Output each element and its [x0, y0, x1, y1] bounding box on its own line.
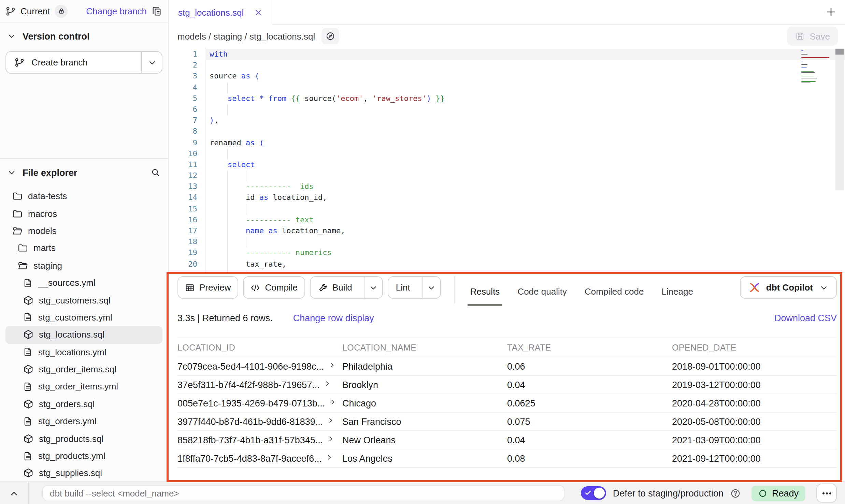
code-text[interactable]: tax_rate,: [205, 259, 845, 270]
collapse-panel-button[interactable]: [0, 482, 29, 504]
expand-cell-button[interactable]: [325, 380, 331, 386]
code-text[interactable]: [205, 148, 845, 159]
code-text[interactable]: select * from {{ source('ecom', 'raw_sto…: [205, 93, 845, 104]
download-csv-link[interactable]: Download CSV: [774, 313, 837, 323]
explorer-item-stg-products-yml[interactable]: stg_products.yml: [5, 447, 162, 465]
file-label: stg_products.sql: [39, 433, 103, 444]
indent-guide: [228, 226, 228, 237]
help-icon[interactable]: [730, 488, 741, 498]
code-editor[interactable]: 1with23source as (45 select * from {{ so…: [169, 48, 845, 272]
change-row-display-link[interactable]: Change row display: [293, 313, 374, 323]
search-icon[interactable]: [151, 168, 160, 177]
explorer-item-stg-locations-sql[interactable]: stg_locations.sql: [5, 326, 162, 343]
lint-options-caret[interactable]: [422, 277, 440, 298]
table-grid-icon: [185, 283, 195, 292]
editor-minimap[interactable]: [801, 50, 832, 86]
code-text[interactable]: select: [205, 160, 845, 171]
code-text[interactable]: [205, 82, 845, 93]
panel-tab-lineage[interactable]: Lineage: [653, 276, 702, 306]
explorer-item-macros[interactable]: macros: [5, 205, 162, 222]
folder-icon: [18, 243, 28, 253]
code-text[interactable]: [205, 204, 845, 214]
code-text[interactable]: ---------- text: [205, 215, 845, 226]
version-control-title: Version control: [23, 31, 90, 41]
file-label: staging: [33, 261, 62, 271]
expand-cell-button[interactable]: [328, 435, 334, 442]
explorer-item-stg-customers-sql[interactable]: stg_customers.sql: [5, 292, 162, 309]
save-button[interactable]: Save: [787, 27, 838, 46]
file-label: stg_products.yml: [38, 451, 105, 461]
indent-guide: [228, 171, 228, 181]
more-options-button[interactable]: [816, 484, 837, 503]
code-text[interactable]: [205, 270, 845, 272]
chevron-down-icon: [820, 283, 828, 292]
explorer-item-stg-locations-yml[interactable]: stg_locations.yml: [5, 343, 162, 361]
navigate-compass-button[interactable]: [321, 28, 339, 44]
explorer-item-stg-order-items-sql[interactable]: stg_order_items.sql: [5, 361, 162, 378]
file-label: data-tests: [28, 191, 67, 201]
build-options-caret[interactable]: [364, 277, 382, 298]
panel-tab-compiled-code[interactable]: Compiled code: [576, 276, 653, 306]
create-branch-button[interactable]: Create branch: [6, 52, 141, 73]
create-branch-caret-button[interactable]: [141, 52, 162, 73]
explorer-item-stg-supplies-sql[interactable]: stg_supplies.sql: [5, 465, 162, 482]
code-text[interactable]: source as (: [205, 71, 845, 82]
code-text[interactable]: [205, 237, 845, 248]
dbt-copilot-button[interactable]: dbt Copilot: [740, 276, 837, 299]
expand-cell-button[interactable]: [327, 454, 333, 460]
code-text[interactable]: [205, 60, 845, 71]
scrollbar-handle[interactable]: [835, 49, 844, 55]
tab-bar: stg_locations.sql: [169, 0, 845, 25]
explorer-item-stg-orders-sql[interactable]: stg_orders.sql: [5, 395, 162, 413]
compile-button[interactable]: Compile: [243, 276, 305, 299]
build-button[interactable]: Build: [311, 277, 360, 298]
code-text[interactable]: ---------- ids: [205, 182, 845, 193]
close-tab-icon[interactable]: [255, 9, 262, 16]
new-tab-button[interactable]: [816, 0, 845, 24]
explorer-item-models[interactable]: models: [5, 222, 162, 240]
table-cell: 2021-03-09T00:00:00: [672, 431, 837, 449]
file-explorer-header[interactable]: File explorer: [0, 159, 168, 186]
version-control-header[interactable]: Version control: [0, 23, 168, 50]
explorer-item-stg-customers-yml[interactable]: stg_customers.yml: [5, 309, 162, 326]
explorer-item-stg-orders-yml[interactable]: stg_orders.yml: [5, 413, 162, 430]
file-explorer-section: File explorer data-testsmacrosmodelsmart…: [0, 159, 168, 481]
branch-row: Current Change branch: [0, 0, 168, 23]
change-branch-link[interactable]: Change branch: [86, 6, 147, 16]
code-text[interactable]: name as location_name,: [205, 226, 845, 237]
table-cell: 3977f440-b87d-461b-9dd6-81839...: [177, 412, 342, 431]
file-icon: [23, 451, 33, 461]
defer-toggle[interactable]: [581, 486, 606, 500]
code-text[interactable]: [205, 104, 845, 115]
editor-scrollbar[interactable]: [835, 48, 844, 190]
line-number: 12: [169, 171, 205, 181]
compile-label: Compile: [265, 282, 298, 293]
panel-tab-results[interactable]: Results: [461, 276, 509, 306]
tab-stg-locations-sql[interactable]: stg_locations.sql: [169, 0, 272, 25]
table-cell: 0.08: [507, 449, 672, 468]
expand-cell-button[interactable]: [328, 417, 334, 423]
panel-tab-code-quality[interactable]: Code quality: [509, 276, 576, 306]
copy-commit-icon[interactable]: [152, 6, 162, 16]
code-text[interactable]: [205, 171, 845, 181]
code-text[interactable]: renamed as (: [205, 137, 845, 148]
preview-button[interactable]: Preview: [177, 276, 239, 299]
column-header-location-name: LOCATION_NAME: [342, 338, 507, 357]
explorer-item-data-tests[interactable]: data-tests: [5, 188, 162, 205]
command-input[interactable]: [42, 485, 564, 501]
explorer-item-stg-order-items-yml[interactable]: stg_order_items.yml: [5, 378, 162, 396]
explorer-item-marts[interactable]: marts: [5, 239, 162, 257]
expand-cell-button[interactable]: [329, 362, 335, 368]
code-text[interactable]: ),: [205, 115, 845, 126]
explorer-item-staging[interactable]: staging: [5, 257, 162, 274]
file-icon: [23, 313, 33, 322]
status-ready-badge[interactable]: Ready: [751, 485, 805, 501]
code-text[interactable]: with: [205, 49, 845, 60]
code-text[interactable]: ---------- numerics: [205, 248, 845, 259]
code-text[interactable]: id as location_id,: [205, 193, 845, 204]
explorer-item-stg-products-sql[interactable]: stg_products.sql: [5, 430, 162, 447]
lint-button[interactable]: Lint: [388, 277, 418, 298]
code-text[interactable]: [205, 127, 845, 137]
explorer-item-sources-yml[interactable]: __sources.yml: [5, 274, 162, 292]
expand-cell-button[interactable]: [330, 399, 336, 405]
